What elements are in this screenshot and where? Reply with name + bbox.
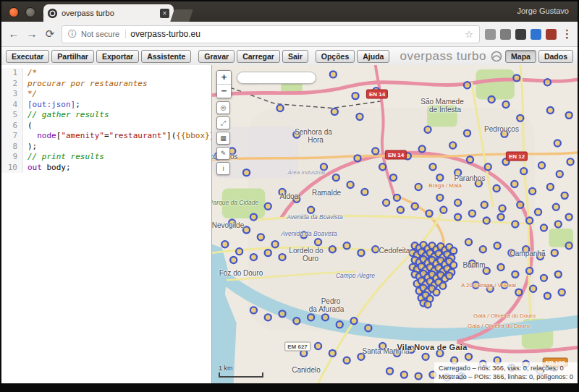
export-image-icon[interactable]: ▦ <box>216 132 230 145</box>
poi-marker[interactable] <box>508 250 515 256</box>
poi-marker[interactable] <box>250 254 257 260</box>
poi-marker[interactable] <box>408 346 415 353</box>
toolbar-button-opcoes[interactable]: Opções <box>316 50 355 63</box>
poi-marker[interactable] <box>423 354 429 360</box>
poi-marker[interactable] <box>439 283 446 289</box>
poi-marker[interactable] <box>250 214 257 221</box>
poi-marker[interactable] <box>379 163 386 170</box>
poi-marker[interactable] <box>415 184 422 190</box>
extension-icon-5[interactable] <box>546 29 557 40</box>
poi-marker[interactable] <box>455 214 461 221</box>
poi-marker[interactable] <box>526 217 533 223</box>
poi-marker[interactable] <box>566 214 572 221</box>
poi-marker[interactable] <box>469 210 476 217</box>
poi-marker[interactable] <box>511 181 517 187</box>
poi-marker[interactable] <box>464 82 470 88</box>
poi-marker[interactable] <box>347 182 354 188</box>
poi-marker[interactable] <box>243 226 250 233</box>
poi-marker[interactable] <box>537 253 544 260</box>
poi-marker[interactable] <box>530 286 536 292</box>
poi-marker[interactable] <box>559 289 565 296</box>
poi-marker[interactable] <box>523 246 529 252</box>
poi-marker[interactable] <box>308 314 314 320</box>
poi-marker[interactable] <box>467 156 473 163</box>
poi-marker[interactable] <box>489 96 495 103</box>
poi-marker[interactable] <box>547 184 554 190</box>
poi-marker[interactable] <box>541 224 547 231</box>
poi-marker[interactable] <box>465 354 472 360</box>
extension-icon-1[interactable] <box>485 29 496 40</box>
poi-marker[interactable] <box>279 310 285 317</box>
poi-marker[interactable] <box>419 145 426 152</box>
toolbar-button-assistente[interactable]: Assistente <box>141 50 191 63</box>
poi-marker[interactable] <box>322 314 329 320</box>
extension-icon-4[interactable] <box>531 29 541 40</box>
poi-marker[interactable] <box>315 343 321 349</box>
poi-marker[interactable] <box>547 107 554 114</box>
poi-marker[interactable] <box>330 71 337 77</box>
poi-marker[interactable] <box>554 140 561 146</box>
poi-marker[interactable] <box>401 372 407 378</box>
poi-marker[interactable] <box>497 214 504 221</box>
poi-marker[interactable] <box>358 354 364 360</box>
poi-marker[interactable] <box>446 273 452 279</box>
poi-marker[interactable] <box>494 185 500 192</box>
poi-marker[interactable] <box>555 271 562 278</box>
poi-marker[interactable] <box>329 350 336 357</box>
poi-marker[interactable] <box>277 105 284 111</box>
poi-marker[interactable] <box>221 241 228 247</box>
toolbar-button-exportar[interactable]: Exportar <box>96 50 139 63</box>
poi-marker[interactable] <box>351 318 358 324</box>
poi-marker[interactable] <box>512 271 518 278</box>
poi-marker[interactable] <box>300 350 307 357</box>
url-bar[interactable]: ⓘ Not secure overpass-turbo.eu ☆ <box>62 25 480 43</box>
locate-icon[interactable]: ◎ <box>216 101 230 114</box>
poi-marker[interactable] <box>331 108 338 115</box>
poi-marker[interactable] <box>383 200 389 206</box>
poi-marker[interactable] <box>555 221 562 227</box>
close-button[interactable] <box>9 7 19 17</box>
poi-marker[interactable] <box>464 130 470 137</box>
extension-icon-3[interactable] <box>515 29 526 40</box>
poi-marker[interactable] <box>329 246 336 252</box>
code-editor[interactable]: 1/*2procurar por restaurantes3*/4[out:js… <box>1 65 212 383</box>
poi-marker[interactable] <box>372 246 379 252</box>
poi-marker[interactable] <box>352 93 358 99</box>
poi-marker[interactable] <box>258 234 264 240</box>
poi-marker[interactable] <box>429 163 436 170</box>
poi-marker[interactable] <box>293 132 300 138</box>
fullscreen-icon[interactable]: ⤢ <box>216 116 230 129</box>
poi-marker[interactable] <box>315 239 321 245</box>
poi-marker[interactable] <box>551 250 558 256</box>
poi-marker[interactable] <box>544 79 551 85</box>
poi-marker[interactable] <box>487 286 494 292</box>
back-icon[interactable]: ← <box>7 27 20 41</box>
poi-marker[interactable] <box>440 207 447 213</box>
poi-marker[interactable] <box>544 293 551 299</box>
poi-marker[interactable] <box>397 207 404 213</box>
poi-marker[interactable] <box>354 155 360 161</box>
poi-marker[interactable] <box>373 88 379 94</box>
view-button-mapa[interactable]: Mapa <box>505 50 536 63</box>
poi-marker[interactable] <box>473 282 479 289</box>
zoom-out-button[interactable]: − <box>217 85 231 98</box>
poi-marker[interactable] <box>449 142 456 148</box>
poi-marker[interactable] <box>494 242 501 249</box>
poi-marker[interactable] <box>483 268 490 274</box>
browser-tab[interactable]: overpass turbo × <box>43 4 174 22</box>
map-search-input[interactable] <box>237 72 316 84</box>
poi-marker[interactable] <box>293 196 300 203</box>
poi-marker[interactable] <box>553 204 559 210</box>
poi-marker[interactable] <box>272 241 279 247</box>
poi-marker[interactable] <box>480 246 486 252</box>
poi-marker[interactable] <box>424 127 431 133</box>
poi-marker[interactable] <box>333 174 339 181</box>
poi-marker[interactable] <box>450 262 457 268</box>
poi-marker[interactable] <box>236 248 242 255</box>
poi-marker[interactable] <box>361 189 368 195</box>
poi-marker[interactable] <box>358 250 364 256</box>
poi-marker[interactable] <box>372 148 379 154</box>
poi-marker[interactable] <box>515 289 522 296</box>
poi-marker[interactable] <box>433 289 439 296</box>
poi-marker[interactable] <box>300 231 307 238</box>
